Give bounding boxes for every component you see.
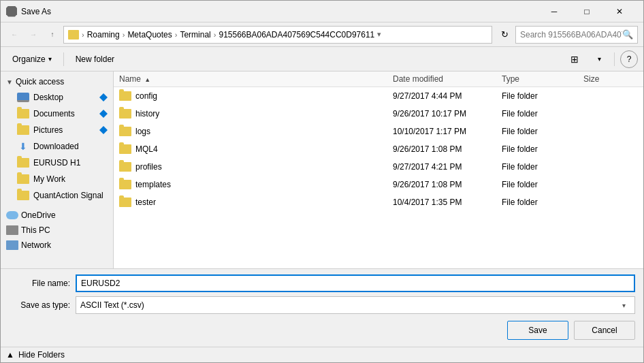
back-button[interactable]: ← — [6, 27, 22, 43]
documents-folder-icon — [17, 109, 29, 119]
sidebar-item-eurusd[interactable]: EURUSD H1 — [1, 155, 113, 171]
hide-folders-row[interactable]: ▲ Hide Folders — [1, 347, 643, 362]
eurusd-label: EURUSD H1 — [33, 158, 80, 168]
table-row[interactable]: profiles 9/27/2017 4:21 PM File folder — [114, 158, 643, 176]
mywork-label: My Work — [33, 174, 65, 184]
dialog-title: Save As — [21, 7, 538, 16]
help-icon: ? — [627, 54, 632, 64]
toolbar-separator-2 — [614, 52, 615, 66]
saveastype-label: Save as type: — [9, 300, 70, 310]
quantaction-label: QuantAction Signal — [33, 191, 103, 200]
saveastype-select-wrap[interactable]: ASCII Text (*.csv) ▾ ASCII Text (*.csv) … — [76, 296, 635, 314]
network-label: Network — [21, 240, 51, 250]
sidebar: ▼ Quick access Desktop Documents Picture… — [1, 72, 114, 268]
row-type: File folder — [502, 144, 583, 154]
file-rows-container: config 9/27/2017 4:44 PM File folder his… — [114, 87, 643, 211]
search-box[interactable]: 🔍 — [515, 26, 638, 44]
maximize-button[interactable]: □ — [571, 5, 602, 18]
table-row[interactable]: logs 10/10/2017 1:17 PM File folder — [114, 123, 643, 140]
row-folder-icon — [119, 127, 131, 136]
cancel-button[interactable]: Cancel — [574, 321, 635, 340]
sidebar-item-documents[interactable]: Documents — [1, 106, 113, 122]
onedrive-icon — [6, 211, 18, 219]
network-section[interactable]: Network — [1, 238, 113, 253]
row-folder-icon — [119, 91, 131, 101]
save-as-dialog: Save As ─ □ ✕ ← → ↑ › Roaming › MetaQuot… — [0, 0, 644, 363]
up-button[interactable]: ↑ — [44, 27, 61, 43]
refresh-button[interactable]: ↻ — [496, 26, 513, 44]
row-folder-icon — [119, 109, 131, 119]
col-type-header[interactable]: Type — [502, 74, 583, 84]
file-list-header: Name ▲ Date modified Type Size — [114, 72, 643, 87]
row-name: MQL4 — [135, 144, 158, 154]
pictures-label: Pictures — [33, 125, 63, 135]
row-folder-icon — [119, 162, 131, 172]
help-button[interactable]: ? — [620, 50, 638, 68]
toolbar: Organize ▾ New folder ⊞ ▾ ? — [1, 47, 643, 72]
col-name-header[interactable]: Name ▲ — [119, 74, 393, 84]
view-chevron-icon: ▾ — [598, 55, 601, 63]
organize-chevron-icon: ▾ — [48, 55, 52, 63]
sidebar-item-quantaction[interactable]: QuantAction Signal — [1, 187, 113, 204]
row-name: logs — [135, 127, 150, 136]
hide-folders-chevron-icon: ▲ — [6, 350, 14, 360]
hide-folders-label: Hide Folders — [18, 350, 65, 360]
row-type: File folder — [502, 198, 583, 207]
table-row[interactable]: history 9/26/2017 10:17 PM File folder — [114, 105, 643, 123]
pin-icon — [99, 93, 108, 101]
table-row[interactable]: templates 9/26/2017 1:08 PM File folder — [114, 176, 643, 193]
onedrive-label: OneDrive — [21, 210, 56, 220]
row-folder-icon — [119, 144, 131, 154]
thispc-icon — [6, 225, 18, 235]
col-size-header[interactable]: Size — [583, 74, 638, 84]
path-id: 915566BA06ADA407569C544CC0D97611 — [219, 30, 374, 40]
row-name: templates — [135, 180, 171, 189]
table-row[interactable]: tester 10/4/2017 1:35 PM File folder — [114, 193, 643, 211]
row-name: profiles — [135, 162, 162, 172]
quick-access-header[interactable]: ▼ Quick access — [1, 74, 113, 89]
sidebar-item-mywork[interactable]: My Work — [1, 171, 113, 187]
row-date: 9/26/2017 1:08 PM — [393, 180, 502, 189]
sidebar-item-downloaded[interactable]: ⬇ Downloaded — [1, 138, 113, 155]
network-icon — [6, 240, 18, 250]
quick-access-chevron-icon: ▼ — [6, 78, 13, 86]
toolbar-separator — [63, 52, 64, 66]
close-button[interactable]: ✕ — [604, 5, 635, 18]
search-input[interactable] — [520, 30, 622, 40]
row-folder-icon — [119, 198, 131, 207]
minimize-button[interactable]: ─ — [538, 5, 570, 18]
filename-input[interactable] — [76, 274, 635, 292]
onedrive-section[interactable]: OneDrive — [1, 208, 113, 223]
sidebar-item-desktop[interactable]: Desktop — [1, 89, 113, 106]
filename-label: File name: — [9, 279, 70, 288]
new-folder-button[interactable]: New folder — [69, 50, 120, 69]
row-date: 10/4/2017 1:35 PM — [393, 198, 502, 207]
mywork-folder-icon — [17, 174, 29, 184]
row-date: 9/27/2017 4:21 PM — [393, 162, 502, 172]
title-bar: Save As ─ □ ✕ — [1, 1, 643, 22]
thispc-section[interactable]: This PC — [1, 223, 113, 238]
address-path[interactable]: › Roaming › MetaQuotes › Terminal › 9155… — [63, 26, 492, 44]
quick-access-label: Quick access — [16, 77, 64, 86]
save-button[interactable]: Save — [507, 321, 568, 340]
sort-arrow-icon: ▲ — [144, 76, 150, 83]
sidebar-item-pictures[interactable]: Pictures — [1, 122, 113, 138]
row-type: File folder — [502, 109, 583, 119]
table-row[interactable]: MQL4 9/26/2017 1:08 PM File folder — [114, 140, 643, 158]
pin-icon-pics — [99, 126, 108, 134]
table-row[interactable]: config 9/27/2017 4:44 PM File folder — [114, 87, 643, 105]
view-button[interactable]: ⊞ — [565, 50, 584, 69]
filename-row: File name: — [9, 274, 635, 292]
organize-button[interactable]: Organize ▾ — [6, 50, 58, 69]
view-dropdown-button[interactable]: ▾ — [590, 50, 609, 69]
row-name: history — [135, 109, 159, 119]
file-list: Name ▲ Date modified Type Size config 9 — [114, 72, 643, 268]
col-date-header[interactable]: Date modified — [393, 74, 502, 84]
row-type: File folder — [502, 180, 583, 189]
downloaded-icon: ⬇ — [17, 142, 29, 151]
saveastype-row: Save as type: ASCII Text (*.csv) ▾ ASCII… — [9, 296, 635, 314]
path-metaquotes: MetaQuotes — [127, 30, 172, 40]
search-icon: 🔍 — [622, 29, 633, 40]
path-terminal: Terminal — [180, 30, 210, 40]
forward-button[interactable]: → — [25, 27, 42, 43]
